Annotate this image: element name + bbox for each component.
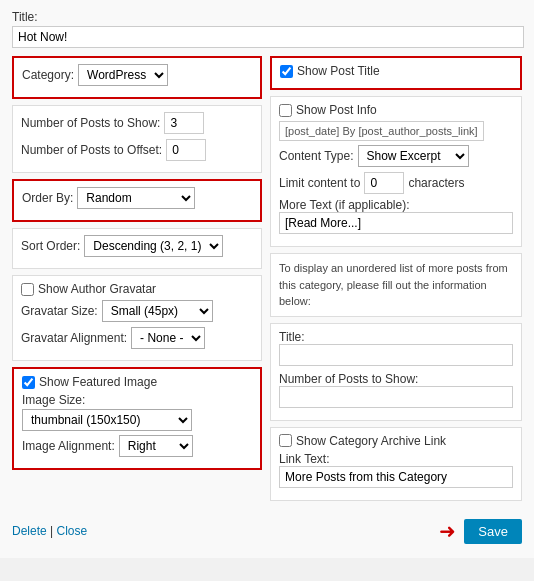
num-posts-section: Number of Posts to Show: Number of Posts… [12,105,262,173]
two-col-layout: Category: WordPress All News Tutorials N… [12,56,522,507]
order-by-row: Order By: Random Date Title Comment Coun… [22,187,252,209]
delete-link[interactable]: Delete [12,524,47,538]
image-size-label: Image Size: [22,393,85,407]
featured-image-section: Show Featured Image Image Size: thumbnai… [12,367,262,470]
gravatar-size-select[interactable]: Small (45px) Medium (75px) Large (100px) [102,300,213,322]
gravatar-size-label: Gravatar Size: [21,304,98,318]
show-post-info-checkbox[interactable] [279,104,292,117]
content-type-select[interactable]: Show Excerpt Show Full Post Show None [358,145,469,167]
num-posts-input[interactable] [164,112,204,134]
order-by-label: Order By: [22,191,73,205]
show-category-archive-checkbox[interactable] [279,434,292,447]
image-alignment-label: Image Alignment: [22,439,115,453]
more-text-input[interactable] [279,212,513,234]
more-text-row: More Text (if applicable): [279,198,513,234]
show-category-archive-row: Show Category Archive Link [279,434,513,448]
category-archive-section: Show Category Archive Link Link Text: [270,427,522,501]
category-select[interactable]: WordPress All News Tutorials [78,64,168,86]
order-by-select[interactable]: Random Date Title Comment Count [77,187,195,209]
arrow-right-icon: ➜ [439,519,456,543]
title-label: Title: [12,10,522,24]
image-alignment-row: Image Alignment: Right Left Center - Non… [22,435,252,457]
category-row: Category: WordPress All News Tutorials [22,64,252,86]
footer-right: ➜ Save [439,519,522,544]
more-posts-title-row: Title: [279,330,513,366]
post-date-text: [post_date] By [post_author_posts_link] [279,121,484,141]
widget-container: Title: Category: WordPress All News Tuto… [0,0,534,558]
show-category-archive-label: Show Category Archive Link [296,434,446,448]
left-column: Category: WordPress All News Tutorials N… [12,56,262,507]
content-type-row: Content Type: Show Excerpt Show Full Pos… [279,145,513,167]
show-featured-image-label: Show Featured Image [39,375,157,389]
order-by-section: Order By: Random Date Title Comment Coun… [12,179,262,222]
link-text-row: Link Text: [279,452,513,488]
num-offset-row: Number of Posts to Offset: [21,139,253,161]
image-size-row: Image Size: thumbnail (150x150) medium l… [22,393,252,431]
show-post-title-label: Show Post Title [297,64,380,78]
show-gravatar-label: Show Author Gravatar [38,282,156,296]
show-gravatar-checkbox[interactable] [21,283,34,296]
footer: Delete | Close ➜ Save [12,515,522,548]
chars-label: characters [408,176,464,190]
gravatar-alignment-label: Gravatar Alignment: [21,331,127,345]
show-featured-image-row: Show Featured Image [22,375,252,389]
close-link[interactable]: Close [56,524,87,538]
gravatar-size-row: Gravatar Size: Small (45px) Medium (75px… [21,300,253,322]
link-text-input[interactable] [279,466,513,488]
image-size-select[interactable]: thumbnail (150x150) medium large full [22,409,192,431]
sort-order-section: Sort Order: Descending (3, 2, 1) Ascendi… [12,228,262,269]
gravatar-section: Show Author Gravatar Gravatar Size: Smal… [12,275,262,361]
category-label: Category: [22,68,74,82]
save-button[interactable]: Save [464,519,522,544]
category-section: Category: WordPress All News Tutorials [12,56,262,99]
more-posts-num-row: Number of Posts to Show: [279,372,513,408]
title-input[interactable] [12,26,524,48]
sort-order-select[interactable]: Descending (3, 2, 1) Ascending (1, 2, 3) [84,235,223,257]
more-posts-title-label: Title: [279,330,305,344]
title-field: Title: [12,10,522,48]
content-type-label: Content Type: [279,149,354,163]
image-size-select-wrapper: thumbnail (150x150) medium large full [22,409,252,431]
gravatar-alignment-row: Gravatar Alignment: - None - Left Right [21,327,253,349]
right-column: Show Post Title Show Post Info [post_dat… [270,56,522,507]
sort-order-label: Sort Order: [21,239,80,253]
more-posts-info-box: To display an unordered list of more pos… [270,253,522,317]
show-gravatar-row: Show Author Gravatar [21,282,253,296]
more-text-label: More Text (if applicable): [279,198,410,212]
show-post-title-checkbox[interactable] [280,65,293,78]
show-featured-image-checkbox[interactable] [22,376,35,389]
show-post-title-row: Show Post Title [280,64,512,78]
num-posts-row: Number of Posts to Show: [21,112,253,134]
footer-links: Delete | Close [12,524,87,538]
more-posts-title-input[interactable] [279,344,513,366]
limit-content-label: Limit content to [279,176,360,190]
show-post-info-row: Show Post Info [279,103,513,117]
post-info-section: Show Post Info [post_date] By [post_auth… [270,96,522,247]
more-posts-section: Title: Number of Posts to Show: [270,323,522,421]
image-alignment-select[interactable]: Right Left Center - None - [119,435,193,457]
more-posts-num-input[interactable] [279,386,513,408]
sort-order-row: Sort Order: Descending (3, 2, 1) Ascendi… [21,235,253,257]
num-offset-input[interactable] [166,139,206,161]
show-post-title-section: Show Post Title [270,56,522,90]
more-posts-num-label: Number of Posts to Show: [279,372,418,386]
num-posts-label: Number of Posts to Show: [21,116,160,130]
limit-content-input[interactable] [364,172,404,194]
info-box-text: To display an unordered list of more pos… [279,262,508,307]
show-post-info-label: Show Post Info [296,103,377,117]
num-offset-label: Number of Posts to Offset: [21,143,162,157]
limit-content-row: Limit content to characters [279,172,513,194]
link-text-label: Link Text: [279,452,329,466]
gravatar-alignment-select[interactable]: - None - Left Right [131,327,205,349]
